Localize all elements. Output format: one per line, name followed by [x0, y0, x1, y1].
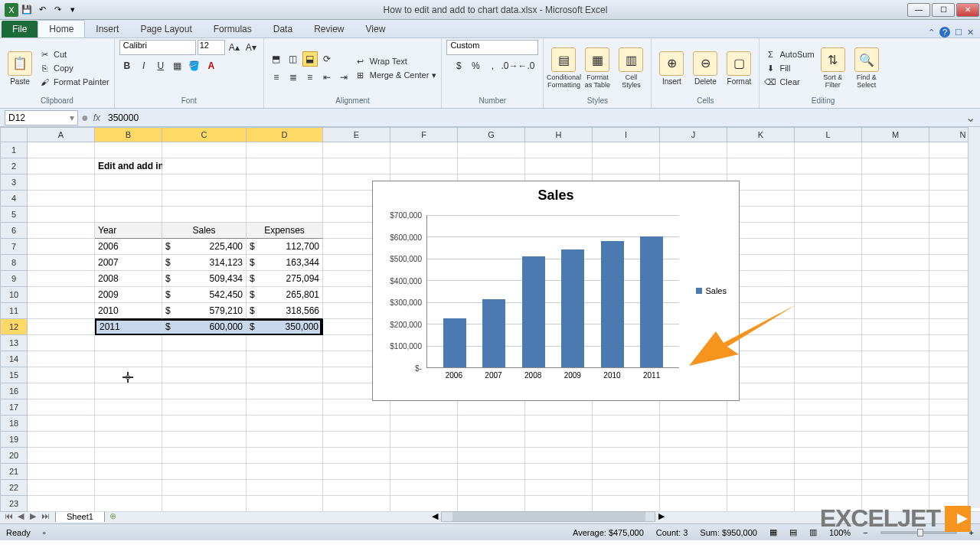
delete-cells-button[interactable]: ⊖Delete: [690, 51, 720, 86]
tab-page-layout[interactable]: Page Layout: [129, 21, 202, 37]
cell[interactable]: [28, 416, 95, 432]
cell[interactable]: [795, 432, 862, 448]
cell[interactable]: [162, 207, 247, 223]
cell[interactable]: [795, 480, 862, 496]
cell[interactable]: [525, 158, 593, 174]
tab-file[interactable]: File: [2, 21, 38, 37]
dec-decimal-icon[interactable]: ←.0: [518, 58, 534, 73]
cell[interactable]: [593, 448, 660, 464]
orientation-icon[interactable]: ⟳: [319, 51, 335, 67]
cell[interactable]: [525, 448, 593, 464]
cell[interactable]: [862, 448, 929, 464]
cell[interactable]: [247, 416, 323, 432]
row-header-7[interactable]: 7: [0, 239, 28, 255]
sort-filter-button[interactable]: ⇅Sort & Filter: [818, 47, 848, 89]
cell[interactable]: [862, 319, 929, 335]
row-header-22[interactable]: 22: [0, 480, 28, 496]
cell[interactable]: Edit and add information to a chart: [95, 158, 162, 174]
cell[interactable]: [162, 448, 247, 464]
cell[interactable]: [727, 399, 795, 416]
row-header-21[interactable]: 21: [0, 464, 28, 480]
cell[interactable]: [162, 496, 247, 512]
cell[interactable]: [162, 174, 247, 191]
cell[interactable]: 2006: [95, 239, 162, 255]
cell[interactable]: [458, 464, 525, 480]
cell[interactable]: Year: [95, 223, 162, 239]
cell[interactable]: [28, 174, 95, 191]
cut-button[interactable]: ✂Cut: [38, 48, 109, 60]
cell[interactable]: $509,434: [162, 271, 247, 287]
merge-button[interactable]: ⊞Merge & Center ▾: [354, 69, 437, 81]
cell[interactable]: [593, 416, 660, 432]
cell[interactable]: [660, 158, 727, 174]
cell[interactable]: [458, 416, 525, 432]
cell[interactable]: [593, 480, 660, 496]
cell[interactable]: [247, 335, 323, 351]
cell[interactable]: [795, 383, 862, 399]
cell[interactable]: [247, 207, 323, 223]
sheet-nav[interactable]: ⏮ ◀ ▶ ⏭: [0, 511, 54, 521]
cell[interactable]: [525, 399, 593, 416]
cell[interactable]: [795, 239, 862, 255]
currency-icon[interactable]: $: [451, 58, 466, 73]
row-header-18[interactable]: 18: [0, 416, 28, 432]
redo-icon[interactable]: ↷: [51, 3, 64, 17]
cell[interactable]: [795, 287, 862, 303]
cell[interactable]: $579,210: [162, 303, 247, 319]
view-pagebreak-icon[interactable]: ▥: [809, 527, 817, 537]
cell[interactable]: [323, 432, 390, 448]
cell[interactable]: [795, 174, 862, 191]
cell[interactable]: [795, 319, 862, 335]
expand-formula-icon[interactable]: ⌄: [961, 110, 980, 125]
row-header-4[interactable]: 4: [0, 191, 28, 207]
cell[interactable]: [525, 480, 593, 496]
cell[interactable]: [525, 496, 593, 512]
cell[interactable]: [795, 367, 862, 383]
cell[interactable]: [727, 448, 795, 464]
cell[interactable]: [323, 480, 390, 496]
cell[interactable]: [28, 287, 95, 303]
cell[interactable]: $314,123: [162, 255, 247, 271]
cell[interactable]: [323, 416, 390, 432]
grid[interactable]: ABCDEFGHIJKLMN 1234567891011121314151617…: [0, 127, 980, 508]
insert-cells-button[interactable]: ⊕Insert: [656, 51, 687, 86]
new-sheet-icon[interactable]: ⊕: [109, 511, 116, 521]
cell[interactable]: [28, 464, 95, 480]
cell[interactable]: [862, 351, 929, 367]
cell[interactable]: [390, 416, 458, 432]
row-header-19[interactable]: 19: [0, 432, 28, 448]
cell[interactable]: [862, 191, 929, 207]
row-header-23[interactable]: 23: [0, 496, 28, 512]
cell[interactable]: [28, 367, 95, 383]
cell[interactable]: [162, 351, 247, 367]
cell[interactable]: $318,566: [247, 303, 323, 319]
cell[interactable]: [862, 174, 929, 191]
view-normal-icon[interactable]: ▦: [769, 527, 777, 537]
cell[interactable]: [28, 383, 95, 399]
column-headers[interactable]: ABCDEFGHIJKLMN: [28, 127, 980, 142]
align-center-icon[interactable]: ≣: [286, 70, 301, 85]
cell[interactable]: [390, 399, 458, 416]
cell[interactable]: [862, 432, 929, 448]
font-name-select[interactable]: Calibri: [119, 40, 196, 55]
cell[interactable]: $600,000: [162, 319, 247, 335]
first-sheet-icon[interactable]: ⏮: [3, 511, 14, 521]
cell[interactable]: $275,094: [247, 271, 323, 287]
row-header-1[interactable]: 1: [0, 142, 28, 158]
row-header-11[interactable]: 11: [0, 303, 28, 319]
align-bottom-icon[interactable]: ⬓: [302, 51, 318, 67]
clear-button[interactable]: ⌫Clear: [764, 76, 814, 88]
cell[interactable]: [247, 399, 323, 416]
cell[interactable]: [727, 432, 795, 448]
col-header-L[interactable]: L: [795, 127, 862, 142]
row-header-2[interactable]: 2: [0, 158, 28, 174]
row-header-17[interactable]: 17: [0, 399, 28, 416]
cell[interactable]: [162, 432, 247, 448]
cell[interactable]: [247, 480, 323, 496]
cell[interactable]: [28, 448, 95, 464]
indent-inc-icon[interactable]: ⇥: [336, 70, 351, 85]
cell[interactable]: 2009: [95, 287, 162, 303]
tab-review[interactable]: Review: [303, 21, 354, 37]
cell[interactable]: [660, 142, 727, 158]
cell[interactable]: [862, 142, 929, 158]
